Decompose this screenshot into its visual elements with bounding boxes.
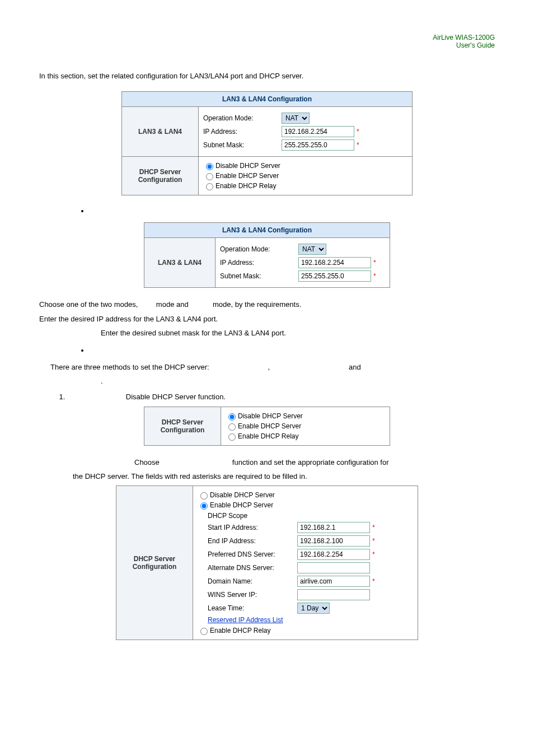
enable-relay-label: Enable DHCP Relay [238, 432, 299, 440]
dhcp-period: . [101, 377, 103, 385]
table-title: LAN3 & LAN4 Configuration [122, 92, 413, 107]
enable-dhcp-radio[interactable] [200, 502, 208, 510]
wins-ip-label: WINS Server IP: [208, 591, 297, 599]
end-ip-label: End IP Address: [208, 537, 297, 545]
required-asterisk: * [373, 259, 376, 267]
domain-name-input[interactable] [297, 576, 370, 587]
lease-time-label: Lease Time: [208, 604, 297, 612]
enable-dhcp-label: Enable DHCP Server [216, 172, 279, 180]
subnet-mask-input[interactable] [298, 270, 371, 282]
lan-row-label: LAN3 & LAN4 [122, 107, 199, 157]
enable-dhcp-label: Enable DHCP Server [238, 422, 301, 430]
modes-text-mid: mode and [156, 300, 189, 309]
subnet-mask-label: Subnet Mask: [203, 141, 282, 149]
ip-address-label: IP Address: [203, 128, 282, 136]
lan-fields-cell: Operation Mode: NAT IP Address: * Subnet… [216, 238, 390, 288]
ip-address-input[interactable] [282, 126, 354, 137]
product-name: AirLive WIAS-1200G [433, 34, 495, 41]
ip-address-label: IP Address: [220, 259, 298, 267]
item1-text: Disable DHCP Server function. [126, 393, 226, 401]
required-asterisk: * [357, 128, 359, 136]
modes-text-post: mode, by the requirements. [213, 300, 301, 309]
enable-dhcp-label: Enable DHCP Server [210, 501, 273, 509]
op-mode-select[interactable]: NAT [282, 113, 310, 124]
lan-config-table-full: LAN3 & LAN4 Configuration LAN3 & LAN4 Op… [121, 91, 413, 195]
alt-dns-label: Alternate DNS Server: [208, 564, 297, 572]
op-mode-label: Operation Mode: [220, 245, 298, 253]
enable-relay-radio[interactable] [228, 433, 236, 441]
bullet-item [90, 346, 495, 354]
required-asterisk: * [372, 577, 375, 585]
lease-time-select[interactable]: 1 Day [297, 603, 330, 614]
start-ip-label: Start IP Address: [208, 524, 297, 531]
dhcp-and: and [349, 363, 361, 371]
dhcp-scope-label: DHCP Scope [208, 512, 247, 520]
lan-fields-cell: Operation Mode: NAT IP Address: * Subnet… [199, 107, 413, 157]
required-asterisk: * [373, 272, 376, 280]
disable-dhcp-radio[interactable] [228, 413, 236, 421]
pref-dns-input[interactable] [297, 549, 370, 560]
start-ip-input[interactable] [297, 522, 370, 533]
alt-dns-input[interactable] [297, 562, 370, 573]
disable-dhcp-label: Disable DHCP Server [238, 412, 303, 420]
enable-relay-radio[interactable] [206, 183, 213, 190]
dhcp-enable-cell: Disable DHCP Server Enable DHCP Server D… [193, 486, 418, 640]
dhcp-radios-cell: Disable DHCP Server Enable DHCP Server E… [221, 407, 390, 445]
intro-text: In this section, set the related configu… [39, 72, 495, 80]
item2-line2: the DHCP server. The fields with red ast… [73, 471, 495, 482]
disable-dhcp-label: Disable DHCP Server [210, 491, 275, 499]
pref-dns-label: Preferred DNS Server: [208, 550, 297, 558]
table-title: LAN3 & LAN4 Configuration [144, 223, 390, 238]
enable-relay-label: Enable DHCP Relay [216, 182, 277, 190]
lan-row-label: LAN3 & LAN4 [144, 238, 216, 288]
item2-pre: Choose [134, 458, 160, 466]
end-ip-input[interactable] [297, 535, 370, 547]
op-mode-label: Operation Mode: [203, 114, 282, 122]
subnet-desc: Enter the desired subnet mask for the LA… [101, 328, 495, 339]
required-asterisk: * [372, 550, 375, 558]
page-header: AirLive WIAS-1200G User's Guide [39, 34, 495, 49]
required-asterisk: * [357, 141, 359, 149]
item2-post: function and set the appropriate configu… [232, 458, 389, 466]
lan-config-table-small: LAN3 & LAN4 Configuration LAN3 & LAN4 Op… [144, 222, 390, 288]
disable-dhcp-label: Disable DHCP Server [216, 162, 280, 170]
dhcp-disable-table: DHCP Server Configuration Disable DHCP S… [144, 407, 390, 446]
dhcp-row-label: DHCP Server Configuration [144, 407, 221, 445]
dhcp-enable-table: DHCP Server Configuration Disable DHCP S… [116, 486, 418, 640]
domain-name-label: Domain Name: [208, 577, 297, 585]
required-asterisk: * [372, 537, 375, 545]
ip-desc: Enter the desired IP address for the LAN… [39, 314, 495, 325]
enable-relay-label: Enable DHCP Relay [210, 627, 271, 634]
dhcp-radios-cell: Disable DHCP Server Enable DHCP Server E… [199, 157, 413, 195]
disable-dhcp-radio[interactable] [206, 163, 213, 170]
list-item-1: Disable DHCP Server function. [67, 393, 495, 401]
dhcp-methods-pre: There are three methods to set the DHCP … [50, 363, 209, 371]
enable-dhcp-radio[interactable] [206, 173, 213, 180]
disable-dhcp-radio[interactable] [200, 492, 208, 500]
modes-text-pre: Choose one of the two modes, [39, 300, 138, 309]
required-asterisk: * [372, 524, 375, 531]
dhcp-row-label: DHCP Server Configuration [122, 157, 199, 195]
dhcp-row-label: DHCP Server Configuration [116, 486, 193, 640]
reserved-ip-link[interactable]: Reserved IP Address List [208, 616, 283, 624]
doc-subtitle: User's Guide [456, 41, 495, 49]
op-mode-select[interactable]: NAT [298, 244, 326, 255]
enable-relay-radio[interactable] [200, 628, 208, 635]
dhcp-comma: , [268, 363, 270, 371]
ip-address-input[interactable] [298, 257, 371, 268]
subnet-mask-input[interactable] [282, 139, 354, 151]
bullet-item [90, 207, 495, 215]
subnet-mask-label: Subnet Mask: [220, 272, 298, 280]
enable-dhcp-radio[interactable] [228, 423, 236, 431]
wins-ip-input[interactable] [297, 589, 370, 600]
